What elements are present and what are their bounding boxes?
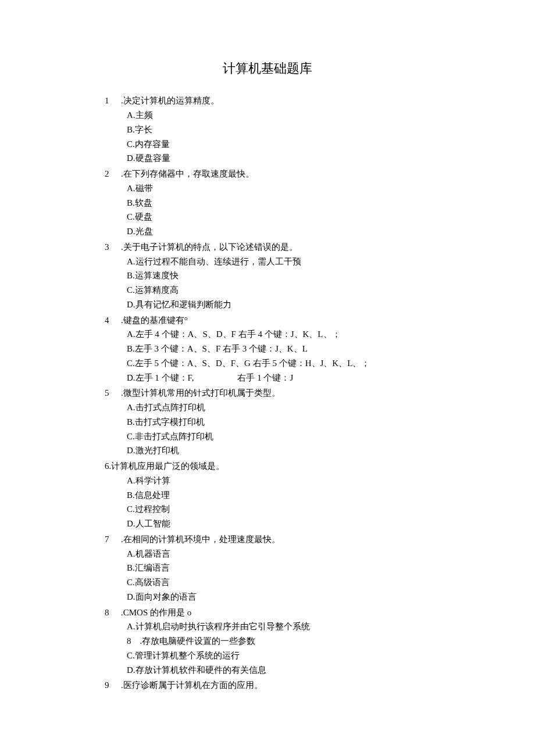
- question-item: 7 .在相同的计算机环境中，处理速度最快。A.机器语言B.汇编语言C.高级语言D…: [105, 532, 430, 604]
- option-list: A.计算机启动时执行该程序并由它引导整个系统8 .存放电脑硬件设置的一些参数C.…: [105, 619, 430, 677]
- option-list: A.科学计算B.信息处理C.过程控制D.人工智能: [105, 474, 430, 531]
- option-item: C.非击打式点阵打印机: [127, 429, 430, 444]
- option-list: A.机器语言B.汇编语言C.高级语言D.面向对象的语言: [105, 547, 430, 604]
- question-text: .键盘的基准键有°: [121, 313, 430, 328]
- option-item: A.科学计算: [127, 474, 430, 488]
- question-stem: 1 .决定计算机的运算精度。: [105, 94, 430, 108]
- option-item: D.光盘: [127, 224, 430, 239]
- question-stem: 2 .在下列存储器中，存取速度最快。: [105, 167, 430, 181]
- option-list: A.击打式点阵打印机B.击打式字模打印机C.非击打式点阵打印机D.激光打印机: [105, 400, 430, 458]
- question-list: 1 .决定计算机的运算精度。A.主频B.字长C.内存容量D.硬盘容量2 .在下列…: [105, 94, 430, 693]
- option-item: C.高级语言: [127, 575, 430, 590]
- question-stem: 9 .医疗诊断属于计算机在方面的应用。: [105, 678, 430, 693]
- question-item: 5 .微型计算机常用的针式打印机属于类型。A.击打式点阵打印机B.击打式字模打印…: [105, 386, 430, 458]
- option-item: C.内存容量: [127, 137, 430, 152]
- option-item: D.存放计算机软件和硬件的有关信息: [127, 663, 430, 678]
- question-item: 9 .医疗诊断属于计算机在方面的应用。: [105, 678, 430, 693]
- option-item: D.硬盘容量: [127, 151, 430, 166]
- option-item: D.激光打印机: [127, 443, 430, 458]
- option-item: B.左手 3 个键：A、S、F 右手 3 个键：J、K、L: [127, 342, 430, 356]
- option-item: D.面向对象的语言: [127, 590, 430, 604]
- option-item: D.左手 1 个键：F, 右手 1 个键：J: [127, 371, 430, 385]
- option-item: A.左手 4 个键：A、S、D、F 右手 4 个键：J、K、L、；: [127, 327, 430, 342]
- option-item: A.击打式点阵打印机: [127, 400, 430, 415]
- question-stem: 5 .微型计算机常用的针式打印机属于类型。: [105, 386, 430, 400]
- option-list: A.运行过程不能自动、连续进行，需人工干预B.运算速度快C.运算精度高D.具有记…: [105, 255, 430, 312]
- option-list: A.磁带B.软盘C.硬盘D.光盘: [105, 181, 430, 239]
- option-list: A.主频B.字长C.内存容量D.硬盘容量: [105, 108, 430, 166]
- option-item: B.软盘: [127, 196, 430, 210]
- question-item: 6.计算机应用最广泛的领域是。A.科学计算B.信息处理C.过程控制D.人工智能: [105, 459, 430, 531]
- option-item: A.运行过程不能自动、连续进行，需人工干预: [127, 255, 430, 269]
- question-text: .微型计算机常用的针式打印机属于类型。: [121, 386, 430, 400]
- option-item: D.具有记忆和逻辑判断能力: [127, 298, 430, 312]
- question-item: 2 .在下列存储器中，存取速度最快。A.磁带B.软盘C.硬盘D.光盘: [105, 167, 430, 239]
- question-text: .在相同的计算机环境中，处理速度最快。: [121, 532, 430, 547]
- question-number: 3: [105, 240, 115, 255]
- question-number: 5: [105, 386, 115, 400]
- option-item: 8 .存放电脑硬件设置的一些参数: [127, 634, 430, 648]
- question-stem: 4 .键盘的基准键有°: [105, 313, 430, 328]
- option-item: C.左手 5 个键：A、S、D、F、G 右手 5 个键：H、J、K、L、；: [127, 356, 430, 371]
- option-item: C.运算精度高: [127, 283, 430, 298]
- question-number: 7: [105, 532, 115, 547]
- question-number: 2: [105, 167, 115, 181]
- question-number: 8: [105, 605, 115, 620]
- question-item: 1 .决定计算机的运算精度。A.主频B.字长C.内存容量D.硬盘容量: [105, 94, 430, 166]
- option-item: C.过程控制: [127, 502, 430, 517]
- option-item: B.字长: [127, 123, 430, 137]
- question-number: 1: [105, 94, 115, 108]
- question-item: 3 .关于电子计算机的特点，以下论述错误的是。A.运行过程不能自动、连续进行，需…: [105, 240, 430, 312]
- question-stem: 7 .在相同的计算机环境中，处理速度最快。: [105, 532, 430, 547]
- question-text: .在下列存储器中，存取速度最快。: [121, 167, 430, 181]
- option-item: A.计算机启动时执行该程序并由它引导整个系统: [127, 619, 430, 634]
- question-text: .决定计算机的运算精度。: [121, 94, 430, 108]
- option-item: A.磁带: [127, 181, 430, 196]
- question-number: 9: [105, 678, 115, 693]
- question-text: .关于电子计算机的特点，以下论述错误的是。: [121, 240, 430, 255]
- option-item: A.主频: [127, 108, 430, 123]
- question-number: 4: [105, 313, 115, 328]
- option-item: C.管理计算机整个系统的运行: [127, 648, 430, 663]
- question-text: .医疗诊断属于计算机在方面的应用。: [121, 678, 430, 693]
- option-item: B.击打式字模打印机: [127, 415, 430, 429]
- option-item: B.信息处理: [127, 488, 430, 503]
- question-text: .CMOS 的作用是 o: [121, 605, 430, 620]
- question-stem: 3 .关于电子计算机的特点，以下论述错误的是。: [105, 240, 430, 255]
- question-stem: 6.计算机应用最广泛的领域是。: [105, 459, 430, 474]
- option-item: C.硬盘: [127, 210, 430, 224]
- question-item: 4 .键盘的基准键有°A.左手 4 个键：A、S、D、F 右手 4 个键：J、K…: [105, 313, 430, 385]
- page-title: 计算机基础题库: [105, 58, 430, 79]
- option-item: D.人工智能: [127, 517, 430, 531]
- question-stem: 8 .CMOS 的作用是 o: [105, 605, 430, 620]
- option-list: A.左手 4 个键：A、S、D、F 右手 4 个键：J、K、L、；B.左手 3 …: [105, 327, 430, 385]
- option-item: A.机器语言: [127, 547, 430, 561]
- question-item: 8 .CMOS 的作用是 oA.计算机启动时执行该程序并由它引导整个系统8 .存…: [105, 605, 430, 678]
- option-item: B.运算速度快: [127, 268, 430, 283]
- option-item: B.汇编语言: [127, 561, 430, 575]
- question-text: 6.计算机应用最广泛的领域是。: [105, 459, 224, 474]
